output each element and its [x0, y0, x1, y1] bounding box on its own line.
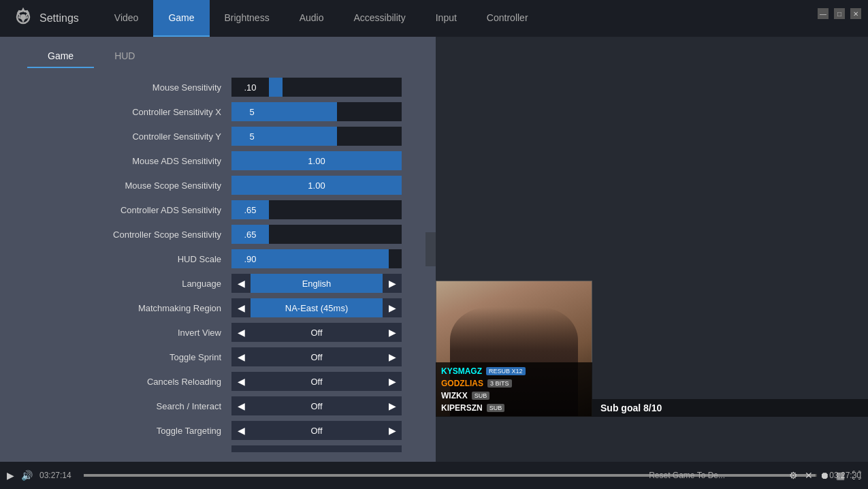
- toggle-sprint-value: Off: [251, 347, 383, 366]
- control-cancels-reloading[interactable]: ◀ Off ▶: [231, 372, 429, 391]
- chat-name-1: GODZLIAS: [441, 379, 483, 388]
- matchmaking-next[interactable]: ▶: [383, 298, 402, 317]
- label-auto-equip: Auto Equip Better Items: [0, 450, 231, 453]
- control-controller-ads-sensitivity[interactable]: .65: [231, 200, 429, 219]
- control-matchmaking-region[interactable]: ◀ NA-East (45ms) ▶: [231, 298, 429, 317]
- invert-view-next[interactable]: ▶: [383, 323, 402, 342]
- cancels-reloading-next[interactable]: ▶: [383, 372, 402, 391]
- setting-cancels-reloading: Cancels Reloading ◀ Off ▶: [0, 369, 436, 394]
- maximize-button[interactable]: □: [834, 8, 845, 19]
- tab-controller[interactable]: Controller: [472, 0, 543, 37]
- label-controller-sensitivity-x: Controller Sensitivity X: [0, 107, 231, 117]
- play-button[interactable]: [425, 232, 436, 266]
- label-mouse-scope-sensitivity: Mouse Scope Sensitivity: [0, 180, 231, 191]
- cancels-reloading-value: Off: [251, 372, 383, 391]
- matchmaking-prev[interactable]: ◀: [231, 298, 251, 317]
- control-auto-equip[interactable]: ◀ On ▶: [231, 445, 429, 452]
- label-search-interact: Search / Interact: [0, 401, 231, 411]
- chat-area: KYSMAGZ RESUB X12 GODZLIAS 3 BITS WIZKX …: [436, 362, 592, 417]
- auto-equip-value: On: [251, 445, 383, 452]
- chat-badge-2: SUB: [472, 392, 490, 400]
- language-next[interactable]: ▶: [383, 274, 402, 293]
- setting-invert-view: Invert View ◀ Off ▶: [0, 320, 436, 345]
- chat-name-2: WIZKX: [441, 391, 468, 400]
- play-pause-icon[interactable]: ▶: [7, 470, 14, 481]
- subtab-hud[interactable]: HUD: [94, 45, 155, 68]
- tab-audio[interactable]: Audio: [285, 0, 339, 37]
- toggle-targeting-value: Off: [251, 421, 383, 440]
- main-content: Game HUD Mouse Sensitivity .10 Contro: [0, 37, 868, 462]
- label-matchmaking-region: Matchmaking Region: [0, 303, 231, 313]
- settings-list: Mouse Sensitivity .10 Controller Sensiti…: [0, 68, 436, 452]
- language-value: English: [251, 274, 383, 293]
- toggle-targeting-prev[interactable]: ◀: [231, 421, 251, 440]
- bottom-bar: ▶ 🔊 03:27:14 03:27:30 Reset Game To De..…: [0, 462, 868, 489]
- label-mouse-sensitivity: Mouse Sensitivity: [0, 82, 231, 93]
- control-mouse-ads-sensitivity[interactable]: 1.00: [231, 151, 429, 170]
- control-mouse-sensitivity[interactable]: .10: [231, 78, 429, 97]
- window-controls: — □ ✕: [818, 8, 861, 19]
- toggle-targeting-next[interactable]: ▶: [383, 421, 402, 440]
- toggle-sprint-prev[interactable]: ◀: [231, 347, 251, 366]
- control-controller-scope-sensitivity[interactable]: .65: [231, 225, 429, 244]
- setting-hud-scale: HUD Scale .90: [0, 247, 436, 271]
- tab-accessibility[interactable]: Accessibility: [338, 0, 420, 37]
- setting-mouse-scope-sensitivity: Mouse Scope Sensitivity 1.00: [0, 173, 436, 198]
- subtab-game[interactable]: Game: [27, 45, 94, 68]
- tab-video[interactable]: Video: [99, 0, 154, 37]
- auto-equip-prev[interactable]: ◀: [231, 445, 251, 452]
- label-controller-sensitivity-y: Controller Sensitivity Y: [0, 131, 231, 142]
- chat-entry-0: KYSMAGZ RESUB X12: [441, 365, 587, 377]
- chat-badge-1: 3 BITS: [487, 379, 512, 388]
- fullscreen-icon[interactable]: ⛶: [852, 470, 861, 481]
- label-mouse-ads-sensitivity: Mouse ADS Sensitivity: [0, 156, 231, 166]
- top-bar: Settings Video Game Brightness Audio Acc…: [0, 0, 868, 37]
- subgoal-text: Sub goal 8/10: [600, 403, 662, 413]
- auto-equip-next[interactable]: ▶: [383, 445, 402, 452]
- layout-icon[interactable]: ▦: [836, 470, 845, 481]
- control-mouse-scope-sensitivity[interactable]: 1.00: [231, 176, 429, 195]
- settings-icon[interactable]: ⚙: [789, 470, 798, 481]
- control-invert-view[interactable]: ◀ Off ▶: [231, 323, 429, 342]
- app-title: Settings: [39, 12, 79, 25]
- app-logo: Settings: [0, 7, 93, 29]
- setting-controller-sensitivity-x: Controller Sensitivity X 5: [0, 99, 436, 124]
- search-interact-next[interactable]: ▶: [383, 396, 402, 415]
- minimize-button[interactable]: —: [818, 8, 829, 19]
- setting-mouse-sensitivity: Mouse Sensitivity .10: [0, 75, 436, 99]
- cancels-reloading-prev[interactable]: ◀: [231, 372, 251, 391]
- control-controller-sensitivity-y[interactable]: 5: [231, 127, 429, 146]
- search-interact-prev[interactable]: ◀: [231, 396, 251, 415]
- tab-brightness[interactable]: Brightness: [210, 0, 285, 37]
- invert-view-prev[interactable]: ◀: [231, 323, 251, 342]
- control-controller-sensitivity-x[interactable]: 5: [231, 102, 429, 121]
- control-language[interactable]: ◀ English ▶: [231, 274, 429, 293]
- control-toggle-sprint[interactable]: ◀ Off ▶: [231, 347, 429, 366]
- reset-game-button[interactable]: Reset Game To De...: [649, 471, 725, 480]
- chat-badge-3: SUB: [487, 404, 505, 412]
- chat-entry-1: GODZLIAS 3 BITS: [441, 377, 587, 390]
- time-left: 03:27:14: [39, 471, 77, 480]
- control-search-interact[interactable]: ◀ Off ▶: [231, 396, 429, 415]
- record-icon[interactable]: ⏺: [820, 470, 829, 481]
- volume-icon[interactable]: 🔊: [21, 470, 33, 481]
- language-prev[interactable]: ◀: [231, 274, 251, 293]
- nav-tabs: Video Game Brightness Audio Accessibilit…: [99, 0, 543, 37]
- toggle-sprint-next[interactable]: ▶: [383, 347, 402, 366]
- setting-mouse-ads-sensitivity: Mouse ADS Sensitivity 1.00: [0, 148, 436, 173]
- invert-view-value: Off: [251, 323, 383, 342]
- svg-point-2: [20, 14, 26, 20]
- close-stream-icon[interactable]: ✕: [805, 470, 813, 481]
- setting-toggle-targeting: Toggle Targeting ◀ Off ▶: [0, 418, 436, 443]
- tab-game[interactable]: Game: [153, 0, 209, 37]
- search-interact-value: Off: [251, 396, 383, 415]
- control-toggle-targeting[interactable]: ◀ Off ▶: [231, 421, 429, 440]
- sub-tabs: Game HUD: [0, 37, 436, 68]
- gear-icon: [14, 7, 33, 29]
- label-language: Language: [0, 279, 231, 289]
- close-button[interactable]: ✕: [850, 8, 861, 19]
- label-invert-view: Invert View: [0, 328, 231, 338]
- chat-entry-3: KIPERSZN SUB: [441, 402, 587, 414]
- control-hud-scale[interactable]: .90: [231, 249, 429, 268]
- tab-input[interactable]: Input: [421, 0, 472, 37]
